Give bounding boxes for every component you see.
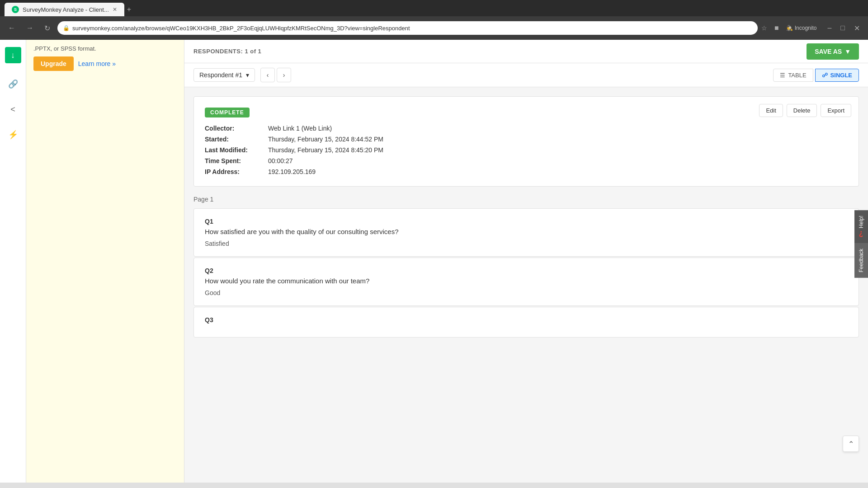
question-card-q2: Q2 How would you rate the communication … — [193, 258, 859, 306]
question-number-q2: Q2 — [205, 267, 848, 274]
content-area: Edit Delete Export COMPLETE Collector: W… — [184, 87, 868, 347]
sidebar: ↓ 🔗 < ⚡ — [0, 40, 26, 488]
minimize-button[interactable]: – — [824, 23, 835, 33]
question-text-q1: How satisfied are you with the quality o… — [205, 228, 848, 235]
bottom-scrollbar[interactable] — [0, 483, 868, 488]
new-tab-button[interactable]: + — [124, 3, 134, 16]
upgrade-text: .PPTX, or SPSS format. — [33, 45, 177, 52]
active-tab[interactable]: S SurveyMonkey Analyze - Client... ✕ — [5, 3, 124, 16]
nav-arrows: ‹ › — [260, 68, 291, 82]
feedback-label: Feedback — [858, 249, 864, 272]
response-meta: Collector: Web Link 1 (Web Link) Started… — [205, 125, 848, 175]
upgrade-panel: .PPTX, or SPSS format. Upgrade Learn mor… — [26, 40, 184, 488]
browser-tab-bar: S SurveyMonkey Analyze - Client... ✕ + — [0, 0, 868, 16]
next-respondent-button[interactable]: › — [277, 68, 291, 82]
question-card-q3: Q3 — [193, 307, 859, 338]
tab-close-icon[interactable]: ✕ — [113, 6, 117, 13]
app-container: ↓ 🔗 < ⚡ .PPTX, or SPSS format. Upgrade L… — [0, 40, 868, 488]
response-card: Edit Delete Export COMPLETE Collector: W… — [193, 96, 859, 187]
upgrade-actions: Upgrade Learn more » — [33, 56, 177, 71]
single-label: SINGLE — [830, 72, 852, 79]
incognito-label: Incognito — [795, 25, 817, 31]
respondent-selector[interactable]: Respondent #1 — [193, 68, 255, 82]
help-icon: ❓ — [858, 231, 864, 238]
feedback-tabs: ❓ Help! Feedback — [854, 210, 868, 278]
answer-text-q1: Satisfied — [205, 240, 848, 247]
answer-text-q2: Good — [205, 289, 848, 296]
sidebar-lightning-icon[interactable]: ⚡ — [5, 127, 21, 143]
time-spent-label: Time Spent: — [205, 157, 268, 164]
table-icon: ☰ — [780, 72, 785, 79]
last-modified-label: Last Modified: — [205, 146, 268, 154]
save-as-dropdown-icon: ▼ — [844, 48, 851, 55]
collector-value: Web Link 1 (Web Link) — [268, 125, 848, 132]
sidebar-share-icon[interactable]: < — [5, 101, 21, 117]
single-icon: ☍ — [822, 72, 828, 79]
page-label: Page 1 — [193, 196, 859, 203]
top-bar: RESPONDENTS: 1 of 1 SAVE AS ▼ — [184, 40, 868, 63]
ip-address-value: 192.109.205.169 — [268, 168, 848, 175]
bookmark-icon[interactable]: ☆ — [761, 24, 767, 32]
export-button[interactable]: Export — [821, 104, 851, 117]
help-tab[interactable]: ❓ Help! — [854, 210, 868, 243]
main-content: RESPONDENTS: 1 of 1 SAVE AS ▼ Respondent… — [184, 40, 868, 488]
sidebar-link-icon[interactable]: 🔗 — [5, 76, 21, 92]
question-number-q1: Q1 — [205, 218, 848, 225]
view-toggle: ☰ TABLE ☍ SINGLE — [773, 69, 859, 82]
question-card-q1: Q1 How satisfied are you with the qualit… — [193, 208, 859, 257]
time-spent-value: 00:00:27 — [268, 157, 848, 164]
back-button[interactable]: ← — [5, 22, 19, 34]
forward-button[interactable]: → — [23, 22, 37, 34]
prev-respondent-button[interactable]: ‹ — [260, 68, 275, 82]
window-controls: – □ ✕ — [824, 23, 863, 33]
complete-badge: COMPLETE — [205, 108, 250, 117]
reload-button[interactable]: ↻ — [41, 22, 54, 34]
table-view-button[interactable]: ☰ TABLE — [773, 69, 813, 82]
respondent-nav: Respondent #1 ‹ › ☰ TABLE ☍ SINGLE — [184, 63, 868, 87]
single-view-button[interactable]: ☍ SINGLE — [815, 69, 859, 82]
upgrade-button[interactable]: Upgrade — [33, 56, 74, 71]
address-bar[interactable]: 🔒 surveymonkey.com/analyze/browse/qWCeo1… — [57, 21, 758, 35]
question-number-q3: Q3 — [205, 316, 848, 324]
respondent-label: Respondent #1 — [199, 71, 242, 79]
started-label: Started: — [205, 136, 268, 143]
last-modified-value: Thursday, February 15, 2024 8:45:20 PM — [268, 146, 848, 154]
response-actions: Edit Delete Export — [759, 104, 851, 117]
lock-icon: 🔒 — [63, 25, 70, 31]
started-value: Thursday, February 15, 2024 8:44:52 PM — [268, 136, 848, 143]
delete-button[interactable]: Delete — [787, 104, 817, 117]
browser-chrome: ← → ↻ 🔒 surveymonkey.com/analyze/browse/… — [0, 16, 868, 40]
respondent-dropdown-icon — [246, 71, 249, 79]
learn-more-link[interactable]: Learn more » — [78, 60, 116, 67]
incognito-button[interactable]: 🕵 Incognito — [786, 25, 817, 31]
question-text-q2: How would you rate the communication wit… — [205, 277, 848, 285]
sidebar-download-icon[interactable]: ↓ — [5, 47, 21, 63]
help-label: Help! — [858, 216, 864, 228]
feedback-tab[interactable]: Feedback — [854, 243, 868, 278]
respondents-count: RESPONDENTS: 1 of 1 — [193, 48, 261, 55]
url-text: surveymonkey.com/analyze/browse/qWCeo19K… — [72, 25, 410, 32]
edit-button[interactable]: Edit — [759, 104, 783, 117]
save-as-button[interactable]: SAVE AS ▼ — [807, 43, 859, 60]
favicon: S — [12, 6, 19, 13]
tab-title: SurveyMonkey Analyze - Client... — [23, 6, 109, 13]
maximize-button[interactable]: □ — [837, 23, 849, 33]
ip-address-label: IP Address: — [205, 168, 268, 175]
incognito-icon: 🕵 — [786, 25, 793, 31]
extensions-button[interactable]: ■ — [771, 22, 783, 34]
save-as-label: SAVE AS — [815, 48, 842, 55]
close-button[interactable]: ✕ — [850, 23, 863, 33]
table-label: TABLE — [788, 72, 806, 79]
scroll-up-button[interactable]: ⌃ — [843, 436, 859, 452]
collector-label: Collector: — [205, 125, 268, 132]
